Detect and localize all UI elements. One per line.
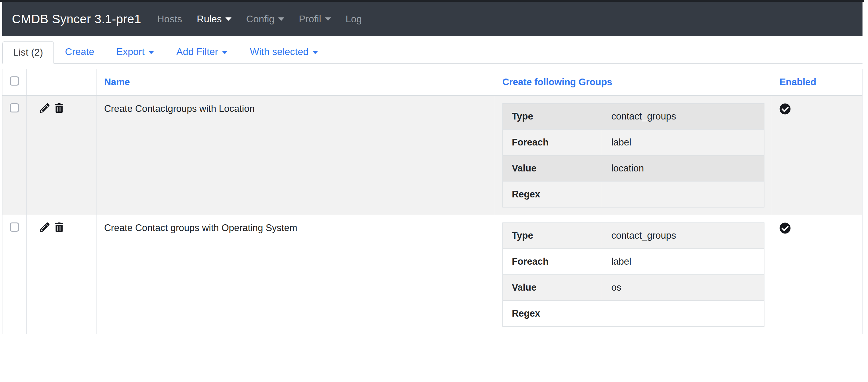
table-row: Create Contact groups with Operating Sys… <box>2 215 863 334</box>
chevron-down-icon <box>312 51 318 54</box>
detail-label: Type <box>502 223 602 249</box>
main-nav: Hosts Rules Config Profil Log <box>150 8 369 30</box>
chevron-down-icon <box>222 51 228 54</box>
detail-value: contact_groups <box>602 223 765 249</box>
detail-row: Regex <box>502 301 765 327</box>
detail-row: Typecontact_groups <box>502 223 765 249</box>
detail-value: os <box>602 275 765 301</box>
rule-name: Create Contactgroups with Location <box>96 96 495 215</box>
nav-item-label: Config <box>246 13 275 25</box>
app-brand[interactable]: CMDB Syncer 3.1-pre1 <box>12 12 141 26</box>
tab-create[interactable]: Create <box>54 40 105 63</box>
nav-item-label: Hosts <box>157 13 182 25</box>
detail-value: contact_groups <box>602 104 765 129</box>
nav-item-rules[interactable]: Rules <box>189 8 239 30</box>
column-header-name[interactable]: Name <box>104 77 130 87</box>
chevron-down-icon <box>278 18 284 21</box>
detail-label: Foreach <box>502 249 602 275</box>
row-checkbox[interactable] <box>10 103 19 113</box>
column-header-enabled[interactable]: Enabled <box>779 77 816 87</box>
detail-row: Valueos <box>502 275 765 301</box>
actions-column-header <box>27 69 97 96</box>
delete-button[interactable] <box>54 223 64 234</box>
detail-label: Regex <box>502 301 602 327</box>
trash-icon <box>54 103 64 113</box>
detail-value <box>602 181 765 207</box>
chevron-down-icon <box>225 18 231 21</box>
rules-table: Name Create following Groups Enabled Cre… <box>2 69 863 334</box>
detail-row: Valuelocation <box>502 155 765 181</box>
detail-value: label <box>602 249 765 275</box>
trash-icon <box>54 223 64 232</box>
chevron-down-icon <box>325 18 331 21</box>
group-details-table: Typecontact_groups Foreachlabel Valueos … <box>502 223 765 327</box>
detail-row: Foreachlabel <box>502 249 765 275</box>
detail-label: Foreach <box>502 129 602 155</box>
nav-item-label: Log <box>346 13 362 25</box>
chevron-down-icon <box>148 51 154 54</box>
enabled-check-icon <box>779 223 791 234</box>
detail-value: label <box>602 129 765 155</box>
page: CMDB Syncer 3.1-pre1 Hosts Rules Config … <box>2 2 863 334</box>
nav-item-label: Rules <box>197 13 222 25</box>
tab-bar: List (2) Create Export Add Filter With s… <box>2 40 863 64</box>
detail-label: Value <box>502 275 602 301</box>
detail-row: Foreachlabel <box>502 129 765 155</box>
pencil-icon <box>40 103 50 113</box>
tab-label: Create <box>65 46 94 57</box>
nav-item-label: Profil <box>299 13 321 25</box>
detail-value <box>602 301 765 327</box>
nav-item-hosts[interactable]: Hosts <box>150 8 189 30</box>
tab-label: With selected <box>250 46 308 57</box>
detail-value: location <box>602 155 765 181</box>
detail-row: Typecontact_groups <box>502 104 765 129</box>
table-header-row: Name Create following Groups Enabled <box>2 69 863 96</box>
nav-item-log[interactable]: Log <box>338 8 369 30</box>
tab-list[interactable]: List (2) <box>2 41 54 64</box>
navbar: CMDB Syncer 3.1-pre1 Hosts Rules Config … <box>2 2 863 36</box>
edit-button[interactable] <box>40 103 50 115</box>
pencil-icon <box>40 223 50 232</box>
rule-name: Create Contact groups with Operating Sys… <box>96 215 495 334</box>
nav-item-config[interactable]: Config <box>239 8 292 30</box>
tab-label: Export <box>116 46 145 57</box>
delete-button[interactable] <box>54 103 64 115</box>
row-checkbox[interactable] <box>10 223 19 232</box>
tab-with-selected[interactable]: With selected <box>239 40 329 63</box>
detail-label: Regex <box>502 181 602 207</box>
nav-item-profil[interactable]: Profil <box>292 8 338 30</box>
enabled-check-icon <box>779 103 791 115</box>
edit-button[interactable] <box>40 223 50 234</box>
detail-label: Value <box>502 155 602 181</box>
detail-label: Type <box>502 104 602 129</box>
select-all-checkbox[interactable] <box>10 77 19 86</box>
table-row: Create Contactgroups with Location Typec… <box>2 96 863 215</box>
column-header-groups[interactable]: Create following Groups <box>502 77 612 87</box>
group-details-table: Typecontact_groups Foreachlabel Valueloc… <box>502 103 765 207</box>
tab-add-filter[interactable]: Add Filter <box>165 40 239 63</box>
tab-export[interactable]: Export <box>105 40 165 63</box>
detail-row: Regex <box>502 181 765 207</box>
tab-label: Add Filter <box>176 46 218 57</box>
